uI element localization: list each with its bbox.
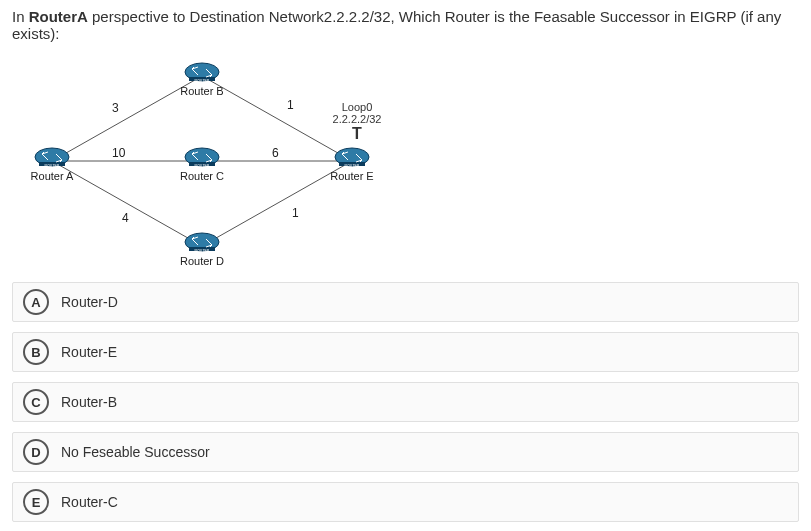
- svg-text:ROUTER: ROUTER: [195, 164, 210, 168]
- label-router-b: Router B: [179, 85, 225, 97]
- option-c[interactable]: C Router-B: [12, 382, 799, 422]
- option-d[interactable]: D No Feseable Successor: [12, 432, 799, 472]
- router-icon: ROUTER: [184, 146, 220, 168]
- question-bold: RouterA: [29, 8, 88, 25]
- router-icon: ROUTER: [184, 231, 220, 253]
- question-text: In RouterA perspective to Destination Ne…: [0, 0, 811, 46]
- svg-text:ROUTER: ROUTER: [345, 164, 360, 168]
- edge-cost-be: 1: [287, 98, 294, 112]
- label-router-a: Router A: [29, 170, 75, 182]
- node-router-c: ROUTER Router C: [179, 146, 225, 182]
- option-e[interactable]: E Router-C: [12, 482, 799, 522]
- option-text: Router-E: [61, 344, 117, 360]
- router-icon: ROUTER: [334, 146, 370, 168]
- label-router-d: Router D: [179, 255, 225, 267]
- edge-cost-de: 1: [292, 206, 299, 220]
- option-letter: E: [23, 489, 49, 515]
- edge-cost-ac: 10: [112, 146, 125, 160]
- node-router-a: ROUTER Router A: [29, 146, 75, 182]
- option-a[interactable]: A Router-D: [12, 282, 799, 322]
- option-letter: D: [23, 439, 49, 465]
- option-letter: C: [23, 389, 49, 415]
- node-router-b: ROUTER Router B: [179, 61, 225, 97]
- svg-text:ROUTER: ROUTER: [195, 249, 210, 253]
- node-router-d: ROUTER Router D: [179, 231, 225, 267]
- svg-text:ROUTER: ROUTER: [45, 164, 60, 168]
- question-prefix: In: [12, 8, 29, 25]
- node-router-e: ROUTER Router E: [329, 146, 375, 182]
- option-letter: A: [23, 289, 49, 315]
- option-letter: B: [23, 339, 49, 365]
- loop-name: Loop0: [342, 101, 373, 113]
- edge-cost-ce: 6: [272, 146, 279, 160]
- loop-connector: T: [327, 125, 387, 143]
- option-text: No Feseable Successor: [61, 444, 210, 460]
- answer-options: A Router-D B Router-E C Router-B D No Fe…: [12, 282, 799, 522]
- edge-cost-ad: 4: [122, 211, 129, 225]
- router-icon: ROUTER: [184, 61, 220, 83]
- edge-cost-ab: 3: [112, 101, 119, 115]
- option-text: Router-C: [61, 494, 118, 510]
- topology-diagram: ROUTER Router A ROUTER Router B ROUTER R…: [12, 46, 432, 276]
- question-suffix: perspective to Destination Network2.2.2.…: [12, 8, 781, 42]
- svg-text:ROUTER: ROUTER: [195, 79, 210, 83]
- option-b[interactable]: B Router-E: [12, 332, 799, 372]
- option-text: Router-D: [61, 294, 118, 310]
- loopback-label: Loop0 2.2.2.2/32 T: [327, 101, 387, 143]
- label-router-e: Router E: [329, 170, 375, 182]
- option-text: Router-B: [61, 394, 117, 410]
- router-icon: ROUTER: [34, 146, 70, 168]
- loop-network: 2.2.2.2/32: [333, 113, 382, 125]
- label-router-c: Router C: [179, 170, 225, 182]
